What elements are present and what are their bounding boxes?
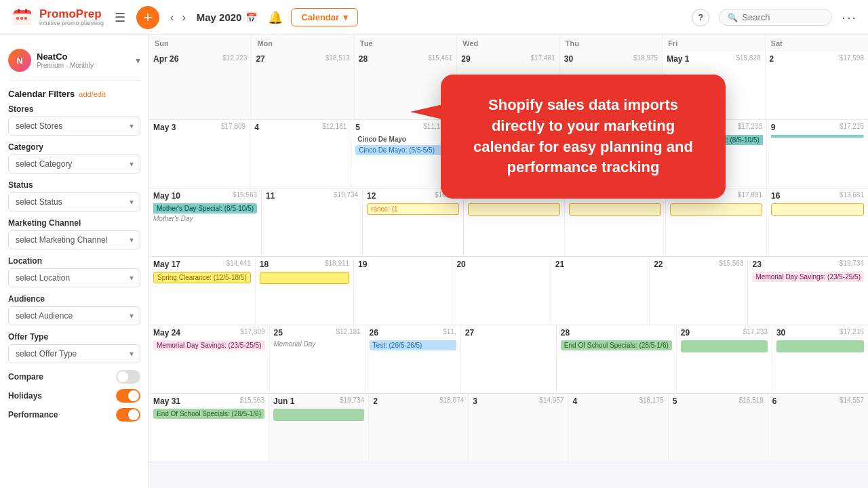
event-bar-yellow[interactable]: rance: (1 — [367, 203, 459, 215]
day-cell: Jun 1$19,734 — [269, 394, 369, 462]
filter-location: Location select Location — [8, 256, 140, 287]
category-select[interactable]: select Category — [8, 155, 140, 174]
stores-label: Stores — [8, 104, 140, 114]
event-bar-school-end2[interactable] — [273, 409, 364, 421]
day-cell: May 24$17,809 Memorial Day Savings: (23/… — [149, 325, 270, 393]
chevron-down-icon: ▾ — [343, 12, 348, 22]
holidays-toggle[interactable] — [116, 389, 140, 403]
location-select-wrapper: select Location — [8, 268, 140, 287]
day-cell: 4$12,181 — [250, 120, 351, 188]
filters-title: Calendar Filters — [8, 89, 75, 99]
help-button[interactable]: ? — [692, 9, 709, 26]
location-label: Location — [8, 256, 140, 266]
event-bar-yellow-cont[interactable] — [468, 203, 560, 216]
day-cell: May 3$17,809 — [149, 120, 250, 188]
filters-edit-link[interactable]: add/edit — [79, 90, 105, 98]
day-cell: 3$14,957 — [469, 394, 568, 462]
audience-select[interactable]: select Audience — [8, 306, 140, 325]
main-content: Sun Mon Tue Wed Thu Fri Sat Apr 26$12,22… — [149, 35, 868, 488]
compare-row: Compare — [8, 370, 140, 384]
location-select[interactable]: select Location — [8, 268, 140, 287]
filter-status: Status select Status — [8, 180, 140, 211]
status-select[interactable]: select Status — [8, 192, 140, 211]
day-cell: May 10$15,563 Mother's Day Special: (8/5… — [149, 188, 262, 256]
offer-select[interactable]: select Offer Type — [8, 344, 140, 363]
marketing-select[interactable]: select Marketing Channel — [8, 230, 140, 249]
svg-rect-5 — [16, 17, 19, 20]
day-cell: 22$15,563 — [650, 257, 748, 325]
day-cell: Apr 26$12,223 — [149, 52, 252, 119]
event-bar-memorial-cont[interactable]: Memorial Day Savings: (23/5-25/5) — [153, 340, 265, 350]
more-options-button[interactable]: ··· — [842, 9, 857, 25]
callout-overlay: Shopify sales data imports directly to y… — [441, 75, 726, 199]
compare-toggle[interactable] — [116, 370, 140, 384]
holidays-label: Holidays — [8, 391, 42, 401]
account-row[interactable]: N NeatCo Premium - Monthly ▾ — [8, 43, 140, 81]
month-label: May 2020 📅 — [197, 12, 258, 23]
day-cell: May 17$14,441 Spring Clearance: (12/5-18… — [149, 257, 256, 325]
nav-right: ? 🔍 ··· — [692, 9, 857, 26]
prev-month-button[interactable]: ‹ — [167, 10, 176, 25]
app-tagline: intuitive promo planning — [39, 20, 104, 26]
hamburger-icon[interactable]: ☰ — [112, 7, 128, 28]
stores-select[interactable]: select Stores — [8, 117, 140, 136]
day-header-mon: Mon — [252, 35, 354, 52]
event-bar-test[interactable]: Test: (26/5-26/5) — [370, 340, 456, 350]
calendar-small-icon[interactable]: 📅 — [245, 12, 257, 23]
day-cell: 4$18,175 — [568, 394, 668, 462]
day-cell: 18$18,911 — [256, 257, 354, 325]
event-bar-teal-cont[interactable] — [771, 135, 864, 138]
avatar: N — [8, 49, 31, 72]
event-bar-spring[interactable]: Spring Clearance: (12/5-18/5) — [153, 272, 251, 283]
day-cell: May 31$15,563 End Of School Specials: (2… — [149, 394, 269, 462]
calendar-header-row: Sun Mon Tue Wed Thu Fri Sat — [149, 35, 868, 52]
account-name: NeatCo — [37, 52, 130, 62]
event-bar[interactable]: Cinco De Mayo: (5/5-5/5) — [355, 145, 448, 155]
day-cell: 21 — [551, 257, 650, 325]
next-month-button[interactable]: › — [179, 10, 188, 25]
add-button[interactable]: + — [136, 6, 159, 29]
svg-rect-4 — [25, 9, 27, 13]
day-cell: 27 — [461, 325, 557, 393]
event-bar-memorial[interactable]: Memorial Day Savings: (23/5-25/5) — [752, 272, 864, 282]
performance-row: Performance — [8, 408, 140, 422]
day-cell: 23$19,734 Memorial Day Savings: (23/5-25… — [748, 257, 868, 325]
day-header-sat: Sat — [766, 35, 868, 52]
filter-audience: Audience select Audience — [8, 294, 140, 325]
event-bar-school-end[interactable]: End Of School Specials: (28/5-1/6) — [153, 409, 264, 419]
day-cell: 5$11,181 Cinco De Mayo Cinco De Mayo: (5… — [351, 120, 452, 188]
filter-stores: Stores select Stores — [8, 104, 140, 136]
event-bar-teal-end[interactable]: Mother's Day Special: (8/5-10/5) — [153, 203, 257, 214]
svg-rect-6 — [20, 17, 23, 20]
event-bar-yellow-cont2[interactable] — [569, 203, 661, 216]
day-cell: 29$17,233 — [677, 325, 772, 393]
performance-toggle[interactable] — [116, 408, 140, 422]
search-input[interactable] — [742, 12, 823, 22]
app-name: PromoPrep — [39, 8, 104, 20]
week-row-4: May 17$14,441 Spring Clearance: (12/5-18… — [149, 257, 868, 325]
filter-offer: Offer Type select Offer Type — [8, 332, 140, 363]
event-bar-school-cont2[interactable] — [776, 340, 864, 352]
event-bar-yellow-cont3[interactable] — [670, 203, 762, 216]
day-cell: 19 — [354, 257, 452, 325]
calendar-view-button[interactable]: Calendar ▾ — [291, 8, 358, 26]
event-bar-spring-end[interactable] — [260, 272, 349, 284]
nav-arrows: ‹ › — [167, 10, 189, 25]
svg-marker-8 — [410, 102, 454, 122]
event-bar-school[interactable]: End Of School Specials: (28/5-1/6) — [561, 340, 672, 350]
day-cell: 16$13,681 — [767, 188, 868, 256]
callout-box: Shopify sales data imports directly to y… — [441, 75, 726, 199]
offer-select-wrapper: select Offer Type — [8, 344, 140, 363]
day-header-thu: Thu — [560, 35, 663, 52]
account-info: NeatCo Premium - Monthly — [37, 52, 130, 69]
day-header-fri: Fri — [663, 35, 765, 52]
event-bar-school-cont[interactable] — [681, 340, 768, 352]
search-box: 🔍 — [719, 9, 832, 26]
marketing-label: Marketing Channel — [8, 218, 140, 228]
week-row-5: May 24$17,809 Memorial Day Savings: (23/… — [149, 325, 868, 394]
compare-label: Compare — [8, 372, 43, 382]
day-cell: 5$16,519 — [669, 394, 768, 462]
event-bar-yellow-cont4[interactable] — [771, 203, 864, 216]
holiday-label: Memorial Day — [274, 340, 361, 348]
bell-icon[interactable]: 🔔 — [268, 10, 283, 25]
